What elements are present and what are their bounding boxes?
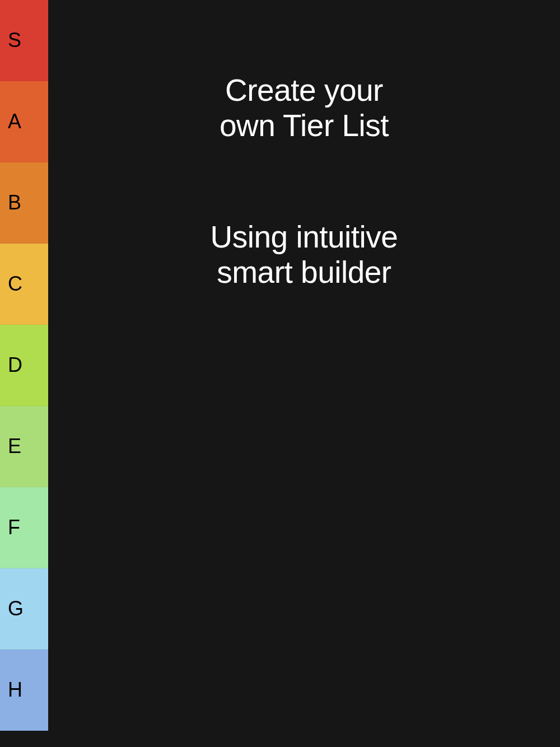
tier-label: C (8, 272, 22, 296)
subheading-line-1: Using intuitive (211, 220, 398, 254)
subheading-line-2: smart builder (217, 255, 391, 290)
tier-label: E (8, 435, 21, 458)
tier-cell-a[interactable]: A (0, 81, 48, 162)
tier-label: B (8, 191, 21, 214)
tier-cell-g[interactable]: G (0, 568, 48, 650)
tier-label: D (8, 353, 22, 377)
heading-line-2: own Tier List (220, 108, 389, 143)
tier-cell-h[interactable]: H (0, 650, 48, 731)
tier-column: S A B C D E F G H (0, 0, 48, 731)
sub-heading: Using intuitive smart builder (48, 220, 560, 291)
tier-cell-b[interactable]: B (0, 162, 48, 244)
main-heading: Create your own Tier List (48, 73, 560, 144)
tier-label: H (8, 678, 22, 702)
tier-label: G (8, 597, 24, 620)
tier-label: F (8, 516, 20, 539)
tier-label: A (8, 110, 21, 133)
heading-line-1: Create your (225, 73, 383, 108)
tier-label: S (8, 29, 21, 52)
tier-cell-s[interactable]: S (0, 0, 48, 81)
tier-cell-e[interactable]: E (0, 406, 48, 487)
tier-cell-c[interactable]: C (0, 244, 48, 325)
tier-cell-d[interactable]: D (0, 325, 48, 406)
tier-cell-f[interactable]: F (0, 487, 48, 568)
content-area: Create your own Tier List Using intuitiv… (48, 0, 560, 290)
